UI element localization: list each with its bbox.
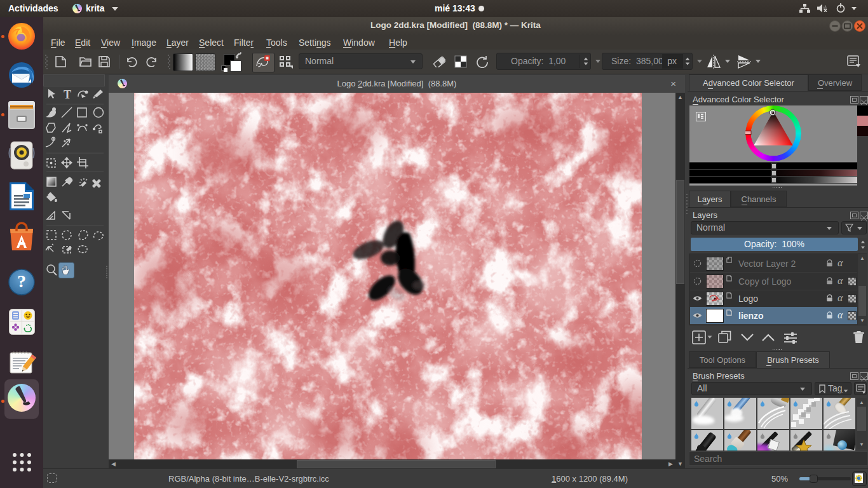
svg-text:?: ? (17, 271, 26, 291)
svg-text:T: T (64, 88, 71, 101)
